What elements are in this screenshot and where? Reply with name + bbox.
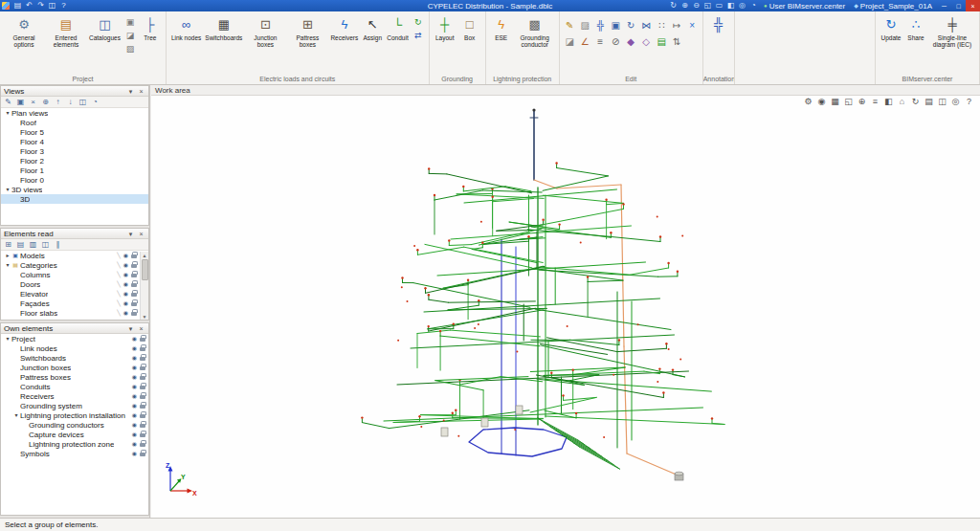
ray-icon[interactable]: ╲ — [117, 281, 121, 287]
eye-icon[interactable]: ◉ — [132, 393, 137, 399]
lock-icon[interactable] — [140, 376, 145, 380]
ribbon-button-conduit[interactable]: └Conduit — [385, 13, 410, 41]
ray-icon[interactable]: ╲ — [117, 310, 121, 316]
tree-expand-icon[interactable]: ▾ — [4, 187, 11, 192]
window-icon[interactable]: ▭ — [714, 1, 724, 11]
lock-icon[interactable] — [140, 405, 145, 409]
eye-icon[interactable]: ◉ — [123, 310, 128, 316]
win-max-icon[interactable]: □ — [951, 0, 966, 11]
tree-expand-icon[interactable]: ▾ — [4, 262, 11, 268]
ribbon-button-box[interactable]: □Box — [457, 13, 482, 41]
pin-icon[interactable]: ∥ — [53, 240, 63, 250]
win-close-icon[interactable]: × — [966, 0, 980, 11]
measure-icon[interactable]: ∠ — [578, 34, 592, 49]
wa-refresh-icon[interactable]: ↻ — [910, 97, 921, 107]
elements-read-item-columns[interactable]: Columns╲◉ — [1, 270, 148, 279]
scroll-up-icon[interactable]: ▲ — [143, 252, 147, 258]
list-b-icon[interactable]: ▥ — [28, 240, 38, 250]
eye-icon[interactable]: ◉ — [132, 451, 137, 456]
move-down-icon[interactable]: ↓ — [65, 98, 76, 107]
erase2-icon[interactable]: ◪ — [563, 34, 577, 49]
elements-read-item-fa-ades[interactable]: Façades╲◉ — [1, 299, 148, 308]
ribbon-button-link-nodes[interactable]: ∞Link nodes — [169, 13, 203, 41]
eye-icon[interactable]: ◉ — [132, 345, 137, 351]
lock-icon[interactable] — [140, 414, 145, 418]
ribbon-button-catalogues[interactable]: ◫Catalogues — [87, 13, 122, 41]
own-elements-item-grounding-conductors[interactable]: Grounding conductors◉ — [1, 420, 148, 430]
tree-expand-icon[interactable]: ▾ — [4, 110, 11, 116]
eye-icon[interactable]: ◉ — [132, 441, 137, 447]
ungroup-icon[interactable]: ◇ — [639, 34, 654, 49]
eye-icon[interactable]: ◉ — [123, 262, 128, 268]
lock-icon[interactable] — [140, 395, 145, 399]
tree-expand-icon[interactable]: ▸ — [4, 253, 11, 258]
eye-icon[interactable]: ◉ — [132, 422, 137, 428]
ribbon-button-update[interactable]: ↻Update — [879, 13, 903, 41]
views-item-3d-views[interactable]: ▾3D views — [1, 185, 148, 194]
views-item-3d[interactable]: 3D — [1, 194, 148, 204]
eye-icon[interactable]: ◉ — [123, 300, 128, 306]
collapse-icon[interactable]: ▾ — [126, 230, 135, 238]
views-item-roof[interactable]: Roof — [1, 118, 148, 127]
own-elements-item-symbols[interactable]: Symbols◉ — [1, 449, 148, 458]
edit-view-icon[interactable]: ✎ — [3, 98, 13, 107]
views-item-floor-0[interactable]: Floor 0 — [1, 175, 148, 185]
pan-icon[interactable]: ◱ — [702, 1, 713, 11]
lock-icon[interactable] — [140, 366, 145, 370]
collapse-icon[interactable]: ▾ — [126, 87, 135, 96]
lock-icon[interactable] — [131, 302, 137, 306]
app-logo-icon[interactable] — [2, 2, 10, 10]
views-item-plan-views[interactable]: ▾Plan views — [1, 108, 148, 118]
lock-icon[interactable] — [131, 283, 137, 287]
ray-icon[interactable]: ╲ — [117, 262, 121, 268]
wa-add-icon[interactable]: ⊕ — [857, 97, 867, 107]
sync-icon[interactable]: ↻ — [668, 1, 679, 11]
lock-icon[interactable] — [140, 424, 145, 428]
ribbon-button-layout[interactable]: ┼Layout — [433, 13, 457, 41]
ray-icon[interactable]: ╲ — [117, 272, 121, 277]
wa-crop-icon[interactable]: ◱ — [843, 97, 854, 107]
ribbon-button-grounding-conductor[interactable]: ▩Grounding conductor — [514, 13, 556, 48]
wa-half-icon[interactable]: ◧ — [883, 97, 894, 107]
clock-icon[interactable]: ◔ — [748, 1, 759, 11]
mirror-icon[interactable]: ⋈ — [639, 18, 654, 33]
undo-icon[interactable]: ↶ — [24, 1, 34, 11]
duplicate-view-icon[interactable]: ▣ — [15, 98, 26, 107]
lock-icon[interactable] — [140, 386, 145, 389]
own-elements-item-grounding-system[interactable]: Grounding system◉ — [1, 401, 148, 410]
ribbon-button-switchboards[interactable]: ▦Switchboards — [203, 13, 244, 41]
work-canvas[interactable]: ⚙◉▦◱⊕≡◧⌂↻▤◫◎? Z Y X — [151, 96, 980, 518]
ribbon-button-assign[interactable]: ↖Assign — [360, 13, 385, 41]
list-a-icon[interactable]: ▤ — [15, 240, 26, 250]
array-icon[interactable]: ∷ — [655, 18, 669, 33]
erase-icon[interactable]: ▨ — [123, 43, 137, 55]
own-elements-item-lightning-protection-zone[interactable]: Lightning protection zone◉ — [1, 439, 148, 449]
lock-icon[interactable] — [140, 453, 145, 456]
eye-icon[interactable]: ◉ — [123, 272, 128, 277]
move-icon[interactable]: ╬ — [593, 18, 608, 33]
elements-read-item-elevator[interactable]: Elevator╲◉ — [1, 289, 148, 299]
stretch-icon[interactable]: ↦ — [670, 18, 684, 33]
save-icon[interactable]: ▤ — [12, 1, 23, 11]
eye-icon[interactable]: ◉ — [132, 431, 137, 437]
paste-icon[interactable]: ◪ — [123, 30, 137, 42]
lock-icon[interactable] — [140, 347, 145, 351]
ribbon-button-receivers[interactable]: ϟReceivers — [328, 13, 360, 41]
tree-expand-icon[interactable]: ▾ — [12, 412, 20, 418]
print-icon[interactable]: ◫ — [47, 1, 57, 11]
tree-expand-icon[interactable]: ▾ — [4, 336, 11, 342]
own-elements-item-pattress-boxes[interactable]: Pattress boxes◉ — [1, 372, 148, 382]
group-icon[interactable]: ◆ — [624, 34, 638, 49]
own-elements-item-link-nodes[interactable]: Link nodes◉ — [1, 343, 148, 353]
copy-el-icon[interactable]: ▣ — [609, 18, 623, 33]
lock-icon[interactable] — [140, 443, 145, 447]
close-panel-icon[interactable]: × — [137, 87, 145, 96]
eye-icon[interactable]: ◉ — [123, 281, 128, 287]
wa-grid-icon[interactable]: ▦ — [830, 97, 840, 107]
copy-icon[interactable]: ▣ — [123, 16, 137, 29]
add-view-icon[interactable]: ⊕ — [40, 98, 51, 107]
eye-icon[interactable]: ◉ — [132, 403, 137, 409]
ribbon-button-annotation-move[interactable]: ╬ — [706, 13, 731, 34]
edit-icon[interactable]: ✎ — [563, 18, 577, 33]
layers-icon[interactable]: ▤ — [655, 34, 669, 49]
